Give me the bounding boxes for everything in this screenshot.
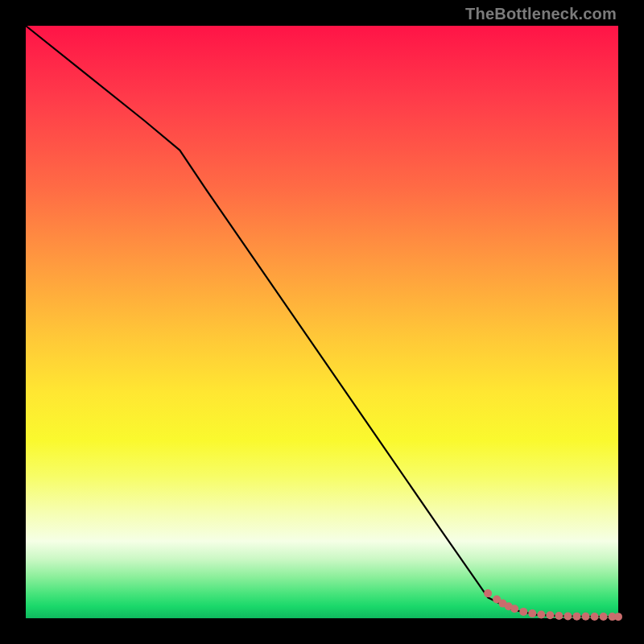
chart-overlay (26, 26, 618, 618)
bottleneck-curve (26, 26, 618, 617)
data-point (564, 612, 572, 620)
data-point (582, 613, 590, 621)
data-point (555, 612, 563, 620)
data-point (528, 609, 536, 617)
chart-frame: TheBottleneck.com (0, 0, 644, 644)
data-point (546, 611, 554, 619)
data-point (591, 613, 599, 621)
scatter-points (484, 589, 622, 621)
data-point (600, 613, 608, 621)
data-point (614, 613, 622, 621)
data-point (572, 613, 580, 621)
data-point (537, 611, 545, 619)
data-point (510, 605, 518, 613)
data-point (484, 589, 492, 597)
watermark-text: TheBottleneck.com (465, 5, 617, 23)
data-point (519, 608, 527, 616)
